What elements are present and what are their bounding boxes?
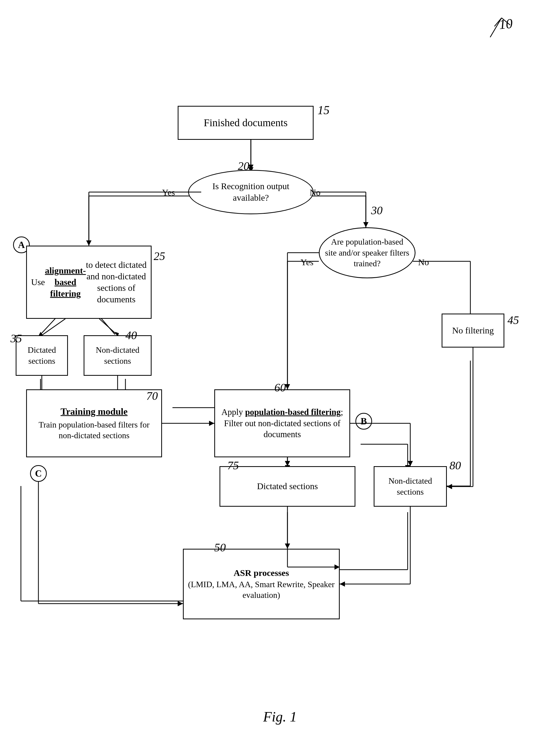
svg-marker-54 (447, 484, 452, 489)
circle-c: C (30, 465, 47, 482)
diagram: 10 (0, 0, 560, 751)
recognition-oval: Is Recognition output available? (188, 170, 314, 214)
svg-marker-68 (86, 240, 92, 246)
svg-marker-38 (285, 544, 290, 549)
svg-line-11 (40, 316, 58, 334)
no-label-pop: No (418, 257, 429, 267)
svg-line-13 (99, 316, 115, 334)
dictated-75-box: Dictated sections (220, 466, 355, 507)
ref-75: 75 (227, 459, 239, 472)
svg-marker-75 (285, 461, 290, 466)
ref-10: 10 (481, 14, 514, 43)
asr-processes-box: ASR processes (LMID, LMA, AA, Smart Rewr… (183, 549, 340, 619)
svg-marker-46 (209, 421, 214, 426)
svg-marker-7 (86, 240, 92, 246)
ref-40: 40 (125, 329, 137, 342)
finished-docs-box: Finished documents (178, 106, 314, 140)
svg-marker-63 (178, 601, 183, 606)
ref-70: 70 (146, 389, 158, 403)
ref-45: 45 (507, 313, 519, 327)
alignment-box: Use alignment-based filtering to detect … (26, 246, 152, 319)
svg-marker-71 (363, 222, 368, 227)
ref-15: 15 (318, 103, 329, 117)
non-dictated-80-box: Non-dictated sections (374, 466, 447, 507)
svg-marker-60 (340, 582, 345, 587)
dictated-35-box: Dictated sections (16, 335, 68, 376)
ref-80: 80 (449, 459, 461, 472)
fig-label: Fig. 1 (263, 709, 297, 725)
training-module-box: Training module Train population-based f… (26, 389, 162, 457)
ref-25: 25 (154, 249, 165, 263)
ref-50: 50 (214, 541, 226, 554)
apply-population-box: Apply population-based filtering; Filter… (214, 389, 350, 457)
yes-label-pop: Yes (301, 257, 313, 267)
circle-b: B (355, 413, 372, 430)
non-dictated-40-box: Non-dictated sections (84, 335, 152, 376)
ref-30: 30 (371, 204, 383, 217)
ref-60: 60 (274, 381, 286, 394)
yes-label-left: Yes (162, 188, 175, 198)
no-filtering-box: No filtering (442, 313, 504, 347)
population-oval: Are population-based site and/or speaker… (319, 227, 416, 278)
ref-20: 20 (238, 159, 249, 173)
no-label-right: No (309, 188, 321, 198)
svg-line-65 (99, 319, 118, 335)
ref-35: 35 (11, 332, 22, 345)
svg-line-64 (42, 319, 65, 335)
svg-marker-78 (408, 461, 413, 466)
